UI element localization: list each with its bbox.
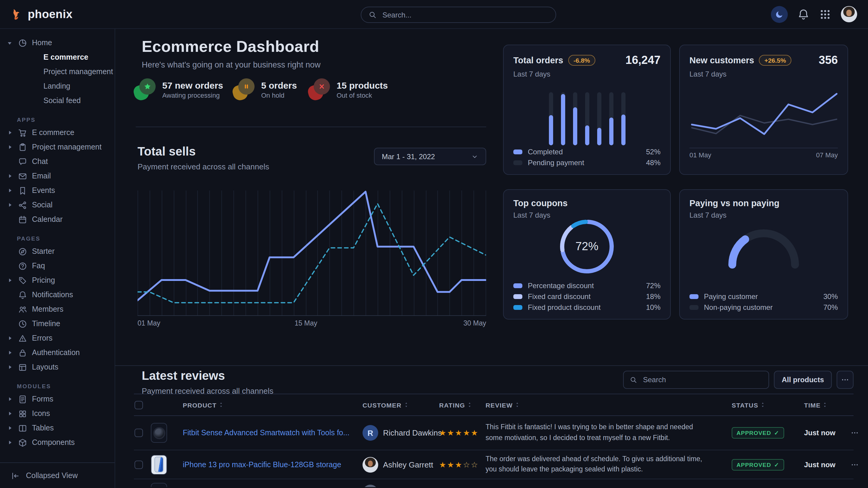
sidebar-item-chat[interactable]: Chat [0,154,115,169]
status-badge: APPROVED ✓ [732,427,784,438]
coupons-donut-chart: 72% [557,217,617,277]
sidebar-item-events[interactable]: Events [0,183,115,198]
product-link[interactable]: iPhone 13 pro max-Pacific Blue-128GB sto… [183,460,341,469]
orders-bar-chart [513,92,660,145]
customer-avatar[interactable] [363,457,378,472]
sort-icon [514,401,521,408]
dark-mode-toggle[interactable] [771,6,788,23]
reviews-search[interactable] [623,371,769,389]
chevron-down-icon [471,153,478,160]
order-bar [609,92,613,145]
row-checkbox[interactable] [134,429,143,437]
sort-icon [760,401,766,408]
sidebar-item-calendar[interactable]: Calendar [0,212,115,227]
caret-right-icon [7,292,13,298]
column-header-time[interactable]: TIME [804,401,829,409]
x-tick: 01 May [689,151,711,159]
navbar-search[interactable] [361,7,556,23]
reviews-controls: All products [623,371,854,389]
customer-avatar [363,485,378,487]
x-tick: 01 May [137,320,160,327]
brand-logo[interactable]: phoenix [10,0,73,28]
sidebar-item-social-feed[interactable]: Social feed [0,93,115,108]
tablecols-icon [18,423,27,432]
all-products-filter-button[interactable]: All products [774,371,832,389]
customer-avatar[interactable]: R [363,425,378,441]
product-thumbnail[interactable] [151,423,167,443]
reviews-more-options-button[interactable] [837,371,854,389]
sidebar-item-starter[interactable]: Starter [0,244,115,259]
new-customers-card: New customers +26.5% 356 Last 7 days 01 … [679,44,848,175]
search-icon [630,376,637,383]
sidebar-item-forms[interactable]: Forms [0,392,115,406]
sidebar-item-pricing[interactable]: Pricing [0,273,115,288]
user-avatar[interactable] [841,6,857,22]
x-tick: 15 May [294,320,317,327]
select-all-checkbox[interactable] [134,400,143,409]
card-title: Top coupons [513,198,568,208]
share-icon [18,200,27,209]
page-subtitle: Here's what's going on at your business … [142,60,489,69]
sidebar-item-project-management[interactable]: Project management [0,65,115,79]
box-icon [18,438,27,447]
total-sells-chart: 01 May 15 May 30 May [137,186,486,330]
sidebar-item-components[interactable]: Components [0,435,115,450]
legend-item: Fixed product discount10% [513,303,660,312]
column-header-status[interactable]: STATUS [732,401,766,409]
sidebar-item-e-commerce[interactable]: E commerce [0,125,115,140]
x-axis-ticks: 01 May 07 May [689,151,838,159]
sort-icon [822,401,829,408]
apps-menu-button[interactable] [819,8,831,20]
card-title: New customers [689,56,754,65]
sidebar-item-authentication[interactable]: Authentication [0,346,115,360]
sidebar-item-members[interactable]: Members [0,302,115,317]
sidebar-item-layouts[interactable]: Layouts [0,360,115,375]
layout-icon [18,363,27,372]
sidebar-item-faq[interactable]: Faq [0,259,115,273]
collapsed-view-toggle[interactable]: Collapsed View [0,462,115,488]
column-header-review[interactable]: REVIEW [486,401,521,409]
caret-right-icon [7,202,13,208]
orders-legend: Completed52%Pending payment48% [513,145,660,167]
navbar-search-input[interactable] [381,10,548,20]
column-header-rating[interactable]: RATING [439,401,473,409]
sidebar-item-tables[interactable]: Tables [0,421,115,435]
caret-right-icon [7,248,13,254]
sidebar-item-notifications[interactable]: Notifications [0,288,115,302]
sidebar-item-project-management[interactable]: Project management [0,140,115,154]
stat-value: 57 new orders [162,80,223,90]
sidebar-item-icons[interactable]: Icons [0,406,115,421]
card-subtitle: Last 7 days [689,70,838,78]
sidebar-item-e-commerce[interactable]: E commerce [0,50,115,65]
column-header-product[interactable]: PRODUCT [183,401,224,409]
sidebar-item-errors[interactable]: Errors [0,331,115,346]
caret-right-icon [7,335,13,341]
column-header-customer[interactable]: CUSTOMER [363,401,409,409]
row-more-options[interactable] [850,429,859,437]
caret-right-icon [7,425,13,431]
product-link[interactable]: Fitbit Sense Advanced Smartwatch with To… [183,429,349,437]
clipboard-icon [18,142,27,152]
row-more-options[interactable] [850,460,859,469]
new-orders-blob-icon [134,78,156,100]
rating-stars: ★★★★★ [439,428,479,437]
paying-card: Paying vs non paying Last 7 days Paying … [679,189,848,320]
calendar-icon [18,215,27,224]
notifications-button[interactable] [798,8,809,20]
review-row-partial [134,479,854,487]
reviews-search-input[interactable] [642,375,763,385]
product-thumbnail[interactable] [151,455,167,475]
sort-icon [403,401,409,408]
sidebar-item-landing[interactable]: Landing [0,79,115,93]
sidebar-item-social[interactable]: Social [0,198,115,212]
stat-value: 5 orders [261,80,297,90]
sidebar-item-email[interactable]: Email [0,169,115,183]
caret-down-icon [7,40,13,46]
customer-name: Ashley Garrett [383,460,433,469]
total-orders-value: 16,247 [625,54,660,67]
row-checkbox[interactable] [134,460,143,469]
sidebar-item-timeline[interactable]: Timeline [0,317,115,331]
sidebar-item-home[interactable]: Home [0,36,115,50]
out-of-stock-blob-icon [308,78,330,100]
date-range-select[interactable]: Mar 1 - 31, 2022 [374,148,486,165]
